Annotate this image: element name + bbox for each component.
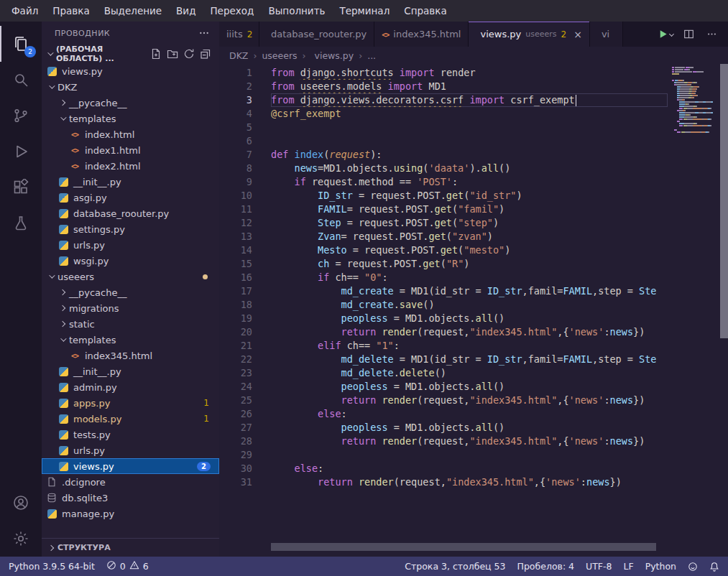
code-line-11[interactable]: 11 FAMIL= request.POST.get("famil") bbox=[219, 203, 668, 216]
tab-views-py[interactable]: views.pyuseeers2× bbox=[469, 22, 589, 47]
extensions-icon[interactable] bbox=[0, 169, 42, 205]
accounts-icon[interactable] bbox=[0, 485, 42, 521]
search-icon[interactable] bbox=[0, 62, 42, 98]
new-folder-icon[interactable] bbox=[165, 46, 180, 62]
tree-item-index2-html[interactable]: <>index2.html bbox=[42, 158, 219, 174]
feedback-icon[interactable] bbox=[682, 557, 704, 576]
refresh-icon[interactable] bbox=[181, 46, 197, 62]
tree-item-tests-py[interactable]: tests.py bbox=[42, 427, 219, 442]
tab-iiits[interactable]: iiits2 bbox=[219, 22, 259, 47]
status-eol[interactable]: LF bbox=[618, 557, 640, 576]
status-language-mode[interactable]: Python bbox=[640, 557, 682, 576]
code-line-14[interactable]: 14 Mesto = request.POST.get("mesto") bbox=[219, 243, 668, 257]
tree-item-views-py[interactable]: views.py2 bbox=[42, 458, 219, 474]
code-line-2[interactable]: 2from useeers.models import MD1 bbox=[219, 80, 668, 93]
tree-item-index345-html[interactable]: <>index345.html bbox=[42, 348, 219, 363]
outline-section-header[interactable]: СТРУКТУРА bbox=[42, 538, 219, 557]
tree-item-index-html[interactable]: <>index.html bbox=[42, 126, 219, 142]
tree-item-settings-py[interactable]: settings.py bbox=[42, 221, 219, 237]
tab-vi[interactable]: vi bbox=[590, 22, 623, 47]
code-line-29[interactable]: 29 bbox=[219, 448, 668, 462]
tree-item-wsgi-py[interactable]: wsgi.py bbox=[42, 253, 219, 269]
notifications-bell-icon[interactable] bbox=[704, 557, 725, 576]
code-editor[interactable]: 1from django.shortcuts import render2fro… bbox=[219, 64, 728, 557]
tree-item-templates[interactable]: templates bbox=[42, 111, 219, 126]
explorer-icon[interactable]: 2 bbox=[0, 26, 42, 62]
tree-item-init-py[interactable]: __init__.py bbox=[42, 174, 219, 190]
code-line-20[interactable]: 20 return render(request,"index345.html"… bbox=[219, 325, 668, 339]
code-line-31[interactable]: 31 return render(request,"index345.html"… bbox=[219, 475, 668, 489]
tree-item-init-py[interactable]: __init__.py bbox=[42, 363, 219, 379]
tab-index345-html[interactable]: <>index345.html bbox=[374, 22, 469, 47]
status-problems[interactable]: 06 bbox=[101, 557, 155, 576]
testing-icon[interactable] bbox=[0, 205, 42, 241]
code-line-12[interactable]: 12 Step = request.POST.get("step") bbox=[219, 216, 668, 230]
code-line-3[interactable]: 3from django.views.decorators.csrf impor… bbox=[219, 93, 668, 107]
menu-run[interactable]: Выполнить bbox=[261, 0, 332, 22]
tree-item-urls-py[interactable]: urls.py bbox=[42, 237, 219, 253]
workspace-header[interactable]: (РАБОЧАЯ ОБЛАСТЬ) ... bbox=[42, 45, 219, 63]
sidebar-more-icon[interactable] bbox=[196, 25, 212, 41]
tree-item-database-roouter-py[interactable]: database_roouter.py bbox=[42, 205, 219, 221]
tree-item-manage-py[interactable]: manage.py bbox=[42, 506, 219, 521]
menu-go[interactable]: Переход bbox=[203, 0, 261, 22]
code-line-26[interactable]: 26 else: bbox=[219, 407, 668, 421]
menu-help[interactable]: Справка bbox=[397, 0, 453, 22]
menu-terminal[interactable]: Терминал bbox=[332, 0, 397, 22]
breadcrumb-item-dkz[interactable]: DKZ bbox=[229, 50, 248, 61]
code-line-8[interactable]: 8 news=MD1.objects.using('daata').all() bbox=[219, 162, 668, 175]
code-line-9[interactable]: 9 if request.method == 'POST': bbox=[219, 175, 668, 189]
status-indentation[interactable]: Пробелов: 4 bbox=[512, 557, 581, 576]
tree-item-models-py[interactable]: models.py1 bbox=[42, 411, 219, 427]
menu-file[interactable]: Файл bbox=[4, 0, 45, 22]
collapse-all-icon[interactable] bbox=[198, 46, 213, 62]
tree-item-db-sqlite3[interactable]: db.sqlite3 bbox=[42, 490, 219, 506]
code-line-17[interactable]: 17 md_create = MD1(id_str = ID_str,famil… bbox=[219, 284, 668, 298]
code-line-16[interactable]: 16 if ch== "0": bbox=[219, 271, 668, 284]
code-line-7[interactable]: 7def index(request): bbox=[219, 148, 668, 162]
code-line-22[interactable]: 22 md_delete = MD1(id_str = ID_str,famil… bbox=[219, 353, 668, 366]
breadcrumb-item-item[interactable]: ... bbox=[367, 50, 376, 61]
status-cursor-position[interactable]: Строка 3, столбец 53 bbox=[399, 557, 511, 576]
status-interpreter[interactable]: Python 3.9.5 64-bit bbox=[3, 557, 101, 576]
code-line-19[interactable]: 19 peopless = MD1.objects.all() bbox=[219, 312, 668, 325]
close-icon[interactable]: × bbox=[573, 29, 582, 40]
tree-item-migrations[interactable]: migrations bbox=[42, 300, 219, 316]
tree-item-admin-py[interactable]: admin.py bbox=[42, 379, 219, 395]
code-line-13[interactable]: 13 Zvan= request.POST.get("zvan") bbox=[219, 230, 668, 243]
tree-item-pycache[interactable]: __pycache__ bbox=[42, 284, 219, 300]
source-control-icon[interactable] bbox=[0, 98, 42, 134]
tree-item-static[interactable]: static bbox=[42, 316, 219, 332]
code-line-10[interactable]: 10 ID_str = request.POST.get("id_str") bbox=[219, 189, 668, 203]
code-line-23[interactable]: 23 md_delete.delete() bbox=[219, 366, 668, 380]
code-line-15[interactable]: 15 ch = request.POST.get("R") bbox=[219, 257, 668, 271]
tree-item-views-py[interactable]: views.py bbox=[42, 63, 219, 79]
code-line-1[interactable]: 1from django.shortcuts import render bbox=[219, 66, 668, 80]
code-line-24[interactable]: 24 peopless = MD1.objects.all() bbox=[219, 380, 668, 394]
tree-item-index1-html[interactable]: <>index1.html bbox=[42, 142, 219, 158]
run-and-debug-icon[interactable] bbox=[0, 134, 42, 169]
status-encoding[interactable]: UTF-8 bbox=[580, 557, 617, 576]
code-line-25[interactable]: 25 return render(request,"index345.html"… bbox=[219, 394, 668, 407]
tree-item-urls-py[interactable]: urls.py bbox=[42, 442, 219, 458]
code-line-27[interactable]: 27 peopless = MD1.objects.all() bbox=[219, 421, 668, 435]
code-line-6[interactable]: 6 bbox=[219, 134, 668, 148]
horizontal-scrollbar[interactable] bbox=[271, 543, 656, 551]
breadcrumb-item-useeers[interactable]: useeers bbox=[262, 50, 297, 61]
tree-item-useeers[interactable]: useeers bbox=[42, 269, 219, 284]
code-line-18[interactable]: 18 md_create.save() bbox=[219, 298, 668, 312]
menu-edit[interactable]: Правка bbox=[45, 0, 96, 22]
tree-item-templates[interactable]: templates bbox=[42, 332, 219, 348]
menu-view[interactable]: Вид bbox=[169, 0, 203, 22]
tree-item-dcignore[interactable]: .dcignore bbox=[42, 474, 219, 490]
tree-item-dkz[interactable]: DKZ bbox=[42, 79, 219, 95]
code-line-30[interactable]: 30 else: bbox=[219, 462, 668, 475]
vertical-scrollbar[interactable] bbox=[720, 64, 728, 338]
code-line-5[interactable]: 5 bbox=[219, 121, 668, 134]
new-file-icon[interactable] bbox=[148, 46, 164, 62]
tree-item-pycache[interactable]: __pycache__ bbox=[42, 95, 219, 111]
run-python-file-icon[interactable] bbox=[658, 27, 673, 42]
menu-selection[interactable]: Выделение bbox=[97, 0, 169, 22]
tree-item-apps-py[interactable]: apps.py1 bbox=[42, 395, 219, 411]
code-line-28[interactable]: 28 return render(request,"index345.html"… bbox=[219, 435, 668, 448]
